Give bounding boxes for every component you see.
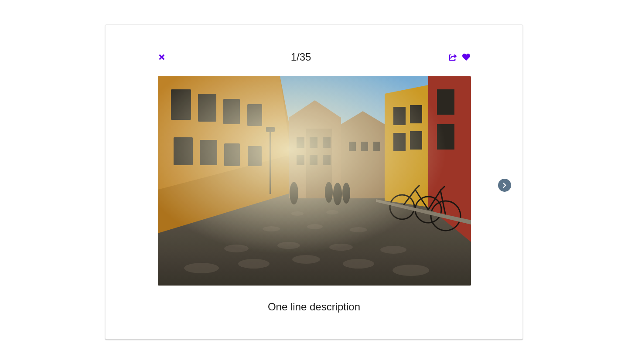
- gallery-caption: One line description: [158, 301, 470, 313]
- share-icon: [449, 53, 457, 61]
- gallery-header: 1/35: [158, 51, 470, 63]
- header-right: [449, 53, 470, 61]
- street-photo-placeholder: [158, 76, 471, 286]
- chevron-right-icon: [502, 182, 508, 188]
- favorite-button[interactable]: [462, 53, 470, 61]
- heart-icon: [462, 53, 470, 61]
- share-button[interactable]: [449, 53, 457, 61]
- svg-rect-57: [158, 76, 471, 286]
- next-button[interactable]: [498, 179, 511, 192]
- gallery-card: 1/35: [105, 24, 523, 340]
- gallery-image: [158, 76, 471, 286]
- gallery-counter: 1/35: [153, 51, 449, 63]
